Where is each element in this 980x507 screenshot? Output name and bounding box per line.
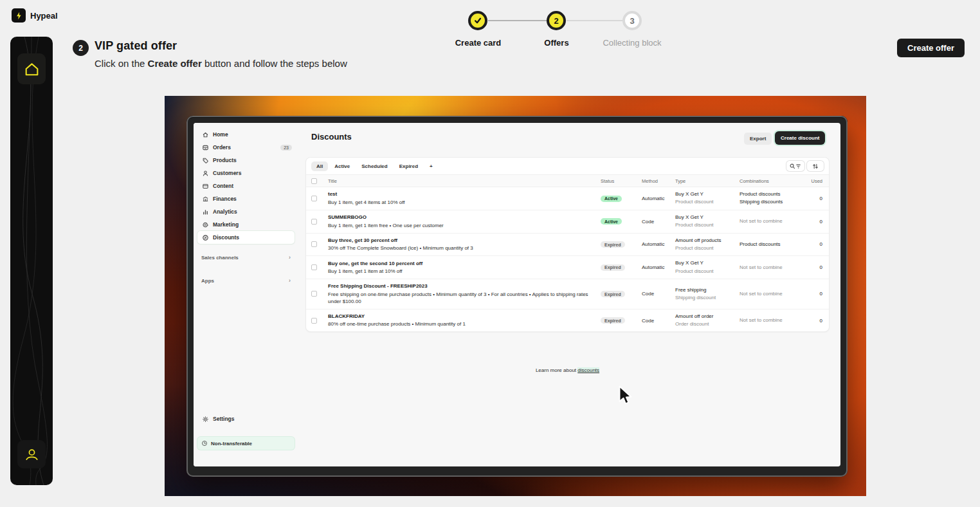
sidebar-item-finances[interactable]: Finances: [194, 192, 298, 205]
create-discount-button[interactable]: Create discount: [775, 131, 825, 145]
row-checkbox[interactable]: [311, 219, 317, 225]
row-checkbox[interactable]: [311, 318, 317, 324]
select-all-checkbox[interactable]: [311, 178, 317, 184]
sidebar-item-label: Orders: [213, 144, 231, 151]
export-button[interactable]: Export: [744, 133, 772, 145]
status-badge: Expired: [601, 317, 625, 324]
tab-scheduled[interactable]: Scheduled: [356, 161, 392, 171]
step-3-number: 3: [630, 16, 634, 26]
sidebar-item-orders[interactable]: Orders 23: [194, 141, 298, 154]
discounts-icon: [201, 234, 209, 241]
rail-home-button[interactable]: [17, 53, 46, 84]
sort-button[interactable]: [807, 161, 824, 171]
page-subtitle: Click on the Create offer button and fol…: [95, 58, 347, 69]
discount-combo: Product discounts: [740, 190, 810, 198]
shopify-admin: Home Orders 23 Products Customers: [194, 123, 840, 466]
sidebar-section-sales-channels[interactable]: Sales channels ›: [194, 252, 298, 263]
discount-method: Code: [642, 318, 675, 324]
discount-combo: Not set to combine: [740, 264, 810, 272]
sidebar-item-content[interactable]: Content: [194, 180, 298, 192]
sidebar-item-settings[interactable]: Settings: [194, 412, 298, 425]
discount-type-sub: Shipping discount: [675, 294, 740, 302]
home-icon: [201, 131, 209, 138]
create-offer-button[interactable]: Create offer: [897, 39, 965, 57]
orders-icon: [201, 143, 209, 151]
sidebar-item-marketing[interactable]: Marketing: [194, 218, 298, 231]
table-row[interactable]: SUMMERBOGOBuy 1 item, get 1 item free • …: [306, 210, 829, 234]
rail-decoration-waves: [10, 37, 53, 485]
discount-used: 0: [810, 264, 822, 270]
discounts-card: All Active Scheduled Expired +: [306, 158, 829, 331]
row-checkbox[interactable]: [311, 196, 317, 201]
sidebar-section-apps[interactable]: Apps ›: [194, 275, 298, 286]
rail-profile-button[interactable]: [17, 440, 46, 468]
stepper-step-create-card[interactable]: [468, 11, 487, 30]
step-2-number: 2: [554, 16, 558, 26]
stepper-step-collecting-block[interactable]: 3: [622, 11, 642, 30]
row-checkbox[interactable]: [311, 241, 317, 247]
gear-icon: [201, 415, 209, 423]
discount-desc: Buy 1 item, get 1 item free • One use pe…: [328, 222, 601, 230]
zap-logo-icon: [12, 8, 26, 23]
discount-combo: Not set to combine: [740, 317, 810, 324]
row-checkbox[interactable]: [311, 291, 317, 297]
sidebar-item-discounts[interactable]: Discounts: [197, 231, 295, 244]
discount-method: Automatic: [642, 196, 675, 201]
search-filter-button[interactable]: [786, 161, 804, 171]
discount-type-sub: Product discount: [675, 221, 740, 229]
plan-badge-label: Non-transferable: [211, 441, 252, 447]
discount-combo: Not set to combine: [740, 290, 810, 298]
sidebar-item-label: Home: [213, 131, 228, 138]
sidebar-item-analytics[interactable]: Analytics: [194, 205, 298, 218]
plan-badge[interactable]: Non-transferable: [197, 437, 295, 450]
discount-desc: Free shipping on one-time purchase produ…: [328, 291, 601, 306]
discount-type-sub: Product discount: [675, 268, 740, 275]
table-row[interactable]: BLACKFRIDAY80% off one-time purchase pro…: [306, 309, 829, 332]
status-badge: Expired: [601, 264, 625, 271]
user-icon: [24, 447, 40, 463]
sidebar-item-products[interactable]: Products: [194, 154, 298, 167]
discount-combo: Not set to combine: [740, 217, 810, 225]
check-icon: [473, 16, 482, 25]
discount-type: Buy X Get Y: [675, 259, 740, 267]
discount-desc: 30% off The Complete Snowboard (Ice) • M…: [328, 244, 601, 252]
step-number-badge: 2: [73, 40, 89, 56]
discount-title: SUMMERBOGO: [328, 214, 601, 221]
sidebar-item-label: Analytics: [213, 208, 237, 215]
stepper-label-offers: Offers: [539, 38, 574, 48]
sidebar-spacer: [194, 244, 298, 252]
monitor-frame: Home Orders 23 Products Customers: [186, 116, 848, 477]
section-label: Sales channels: [201, 255, 239, 261]
discount-method: Automatic: [642, 241, 675, 247]
tab-expired[interactable]: Expired: [394, 161, 423, 171]
discount-method: Code: [642, 291, 675, 297]
row-checkbox[interactable]: [311, 264, 317, 270]
marketing-icon: [201, 221, 209, 228]
chevron-right-icon: ›: [289, 277, 291, 284]
table-toolbar: [786, 161, 824, 171]
table-row[interactable]: Free Shipping Discount - FREESHIP2023Fre…: [306, 279, 829, 309]
sort-arrows-icon: [812, 163, 819, 170]
subtitle-bold: Create offer: [148, 58, 202, 69]
discount-title: Buy three, get 30 percent off: [328, 237, 601, 244]
table-row[interactable]: Buy three, get 30 percent off30% off The…: [306, 234, 829, 257]
monitor-screen: Home Orders 23 Products Customers: [194, 123, 840, 466]
stepper-step-offers[interactable]: 2: [547, 11, 566, 30]
stepper-label-collecting-block: Collecting block: [597, 38, 667, 48]
col-method: Method: [642, 178, 675, 184]
status-badge: Expired: [601, 241, 625, 248]
discount-combo-2: Shipping discounts: [740, 198, 810, 206]
sidebar-spacer: [194, 263, 298, 275]
section-label: Apps: [201, 278, 214, 284]
tab-all[interactable]: All: [311, 161, 328, 171]
tab-add-view[interactable]: +: [424, 161, 438, 171]
sidebar-spacer: [194, 425, 298, 434]
tab-active[interactable]: Active: [329, 161, 355, 171]
discounts-link[interactable]: discounts: [577, 367, 599, 373]
table-row[interactable]: testBuy 1 item, get 4 items at 10% off A…: [306, 187, 829, 210]
discount-desc: Buy 1 item, get 4 items at 10% off: [328, 199, 601, 207]
sidebar-item-home[interactable]: Home: [194, 128, 298, 141]
subtitle-prefix: Click on the: [95, 58, 148, 69]
table-row[interactable]: Buy one, get the second 10 percent offBu…: [306, 256, 829, 279]
sidebar-item-customers[interactable]: Customers: [194, 167, 298, 180]
